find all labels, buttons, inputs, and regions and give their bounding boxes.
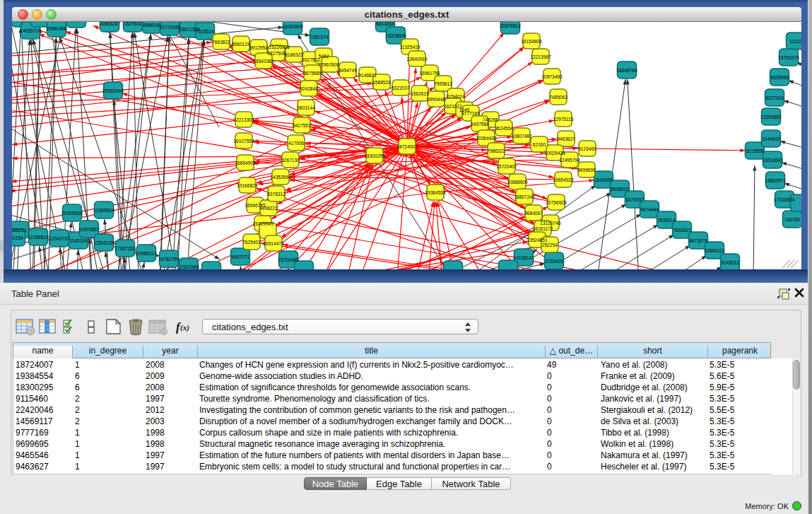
svg-text:6497568: 6497568 — [471, 122, 489, 127]
svg-text:20756928: 20756928 — [546, 200, 567, 205]
svg-text:252254: 252254 — [542, 243, 558, 247]
svg-text:9227342: 9227342 — [765, 95, 784, 100]
svg-text:20691406: 20691406 — [46, 26, 67, 31]
svg-text:10719185: 10719185 — [159, 25, 180, 30]
svg-text:9474444: 9474444 — [640, 207, 659, 212]
svg-text:1733426: 1733426 — [545, 259, 563, 264]
svg-text:9329996: 9329996 — [770, 75, 789, 80]
svg-text:10807487: 10807487 — [511, 134, 532, 139]
svg-text:15751074: 15751074 — [778, 55, 799, 60]
svg-text:9777169: 9777169 — [461, 111, 480, 116]
svg-text:13218506: 13218506 — [385, 33, 406, 38]
svg-text:1562615: 1562615 — [411, 91, 429, 96]
svg-text:7625402: 7625402 — [242, 240, 261, 245]
svg-text:14136141: 14136141 — [513, 255, 534, 260]
svg-text:8938923: 8938923 — [611, 187, 629, 192]
svg-text:7357274: 7357274 — [310, 35, 329, 40]
svg-text:16654905: 16654905 — [235, 160, 256, 165]
svg-text:16914479: 16914479 — [263, 241, 284, 246]
svg-text:1588520: 1588520 — [372, 80, 391, 85]
svg-text:7632621: 7632621 — [673, 228, 691, 233]
svg-text:985051: 985051 — [12, 228, 27, 233]
svg-text:116753: 116753 — [784, 217, 800, 222]
svg-text:12975115: 12975115 — [553, 117, 574, 122]
svg-text:7485063: 7485063 — [549, 95, 567, 100]
svg-text:12495794: 12495794 — [559, 158, 580, 163]
svg-text:12942737: 12942737 — [49, 236, 70, 241]
svg-text:6794024: 6794024 — [447, 94, 465, 99]
svg-text:1527602: 1527602 — [124, 22, 142, 26]
svg-text:14353594: 14353594 — [270, 175, 291, 180]
svg-text:20053346: 20053346 — [102, 88, 124, 93]
svg-text:15716485: 15716485 — [278, 257, 299, 262]
svg-text:13640910: 13640910 — [406, 57, 428, 62]
svg-text:3267130: 3267130 — [281, 158, 300, 163]
svg-text:8186323: 8186323 — [285, 52, 303, 57]
svg-text:10958117: 10958117 — [136, 251, 157, 256]
svg-text:18807249: 18807249 — [514, 194, 535, 199]
svg-text:7955812: 7955812 — [434, 81, 452, 86]
svg-text:7986322: 7986322 — [487, 148, 505, 153]
svg-text:2803144: 2803144 — [297, 105, 315, 110]
svg-text:8471676: 8471676 — [689, 238, 707, 243]
svg-text:9115460: 9115460 — [578, 146, 596, 151]
svg-text:10975857: 10975857 — [78, 227, 100, 232]
svg-text:8427552: 8427552 — [293, 123, 311, 128]
svg-text:2935114: 2935114 — [657, 218, 676, 223]
svg-text:18724007: 18724007 — [396, 144, 418, 149]
svg-text:6990448: 6990448 — [427, 97, 445, 102]
svg-text:10654112: 10654112 — [705, 248, 725, 253]
svg-text:13524851: 13524851 — [526, 238, 548, 243]
svg-text:391154: 391154 — [12, 235, 23, 240]
svg-text:16154808: 16154808 — [521, 39, 542, 44]
svg-text:62160: 62160 — [533, 142, 546, 147]
svg-text:8960124: 8960124 — [232, 42, 250, 47]
svg-text:13692971: 13692971 — [765, 178, 786, 183]
svg-text:3624554: 3624554 — [495, 126, 513, 131]
svg-text:15226058: 15226058 — [269, 45, 290, 49]
svg-text:10973493: 10973493 — [541, 74, 563, 79]
svg-text:8378312: 8378312 — [267, 192, 286, 197]
svg-text:15720407: 15720407 — [496, 164, 517, 169]
svg-text:9684067: 9684067 — [524, 211, 543, 216]
svg-text:12505135: 12505135 — [93, 240, 114, 245]
svg-text:5462: 5462 — [319, 54, 329, 59]
svg-text:10688609: 10688609 — [507, 180, 528, 185]
svg-text:9457771: 9457771 — [231, 255, 249, 259]
svg-text:12093882: 12093882 — [760, 115, 782, 119]
svg-text:18300295: 18300295 — [364, 153, 385, 158]
svg-text:8454749: 8454749 — [339, 68, 357, 73]
svg-text:5322037: 5322037 — [392, 86, 410, 90]
svg-text:11325419: 11325419 — [400, 45, 420, 49]
svg-text:15409949: 15409949 — [252, 221, 273, 226]
svg-text:20876812: 20876812 — [500, 23, 521, 28]
svg-text:19166825: 19166825 — [237, 183, 258, 188]
svg-text:9327502: 9327502 — [302, 57, 320, 62]
svg-text:19384554: 19384554 — [425, 190, 446, 195]
svg-text:(x): (x) — [180, 323, 189, 332]
svg-text:4498222: 4498222 — [259, 206, 278, 211]
svg-text:1145194: 1145194 — [69, 238, 88, 243]
svg-text:7663822: 7663822 — [212, 40, 230, 45]
svg-text:6379197: 6379197 — [625, 197, 644, 202]
svg-text:12213303: 12213303 — [233, 117, 254, 122]
svg-text:1244415: 1244415 — [762, 136, 780, 141]
svg-text:12923466: 12923466 — [178, 264, 199, 269]
svg-text:10653267: 10653267 — [99, 22, 120, 26]
svg-text:12213967: 12213967 — [530, 54, 551, 59]
svg-text:5875685: 5875685 — [303, 71, 322, 76]
svg-text:1640955: 1640955 — [594, 177, 613, 182]
svg-text:16648784: 16648784 — [616, 68, 637, 73]
svg-text:12359924: 12359924 — [93, 208, 114, 213]
svg-text:7515524: 7515524 — [196, 29, 214, 34]
svg-text:2967608: 2967608 — [321, 62, 339, 67]
svg-text:6966160: 6966160 — [143, 23, 161, 28]
svg-text:16151172: 16151172 — [533, 226, 553, 231]
svg-text:9245012: 9245012 — [721, 260, 739, 265]
svg-text:16053809: 16053809 — [282, 24, 303, 29]
svg-text:3215958: 3215958 — [746, 148, 764, 153]
svg-text:19654923: 19654923 — [553, 177, 574, 182]
svg-text:10025438: 10025438 — [544, 151, 565, 156]
svg-text:8813054: 8813054 — [376, 22, 394, 26]
svg-text:13120746: 13120746 — [540, 221, 561, 226]
